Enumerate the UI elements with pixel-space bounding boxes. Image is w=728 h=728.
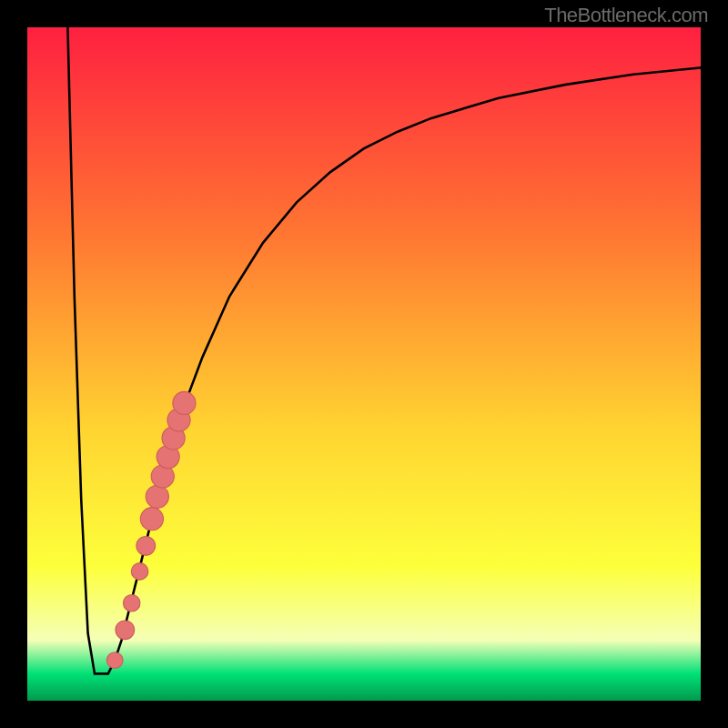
data-marker (116, 621, 135, 640)
chart-frame: TheBottleneck.com (0, 0, 728, 728)
data-marker (131, 563, 148, 581)
data-marker (136, 536, 156, 555)
data-marker (173, 391, 196, 414)
data-marker (106, 652, 123, 669)
data-marker (123, 594, 140, 612)
data-marker (146, 485, 168, 508)
watermark-text: TheBottleneck.com (544, 4, 708, 27)
chart-svg (27, 27, 701, 701)
data-marker (140, 508, 163, 531)
